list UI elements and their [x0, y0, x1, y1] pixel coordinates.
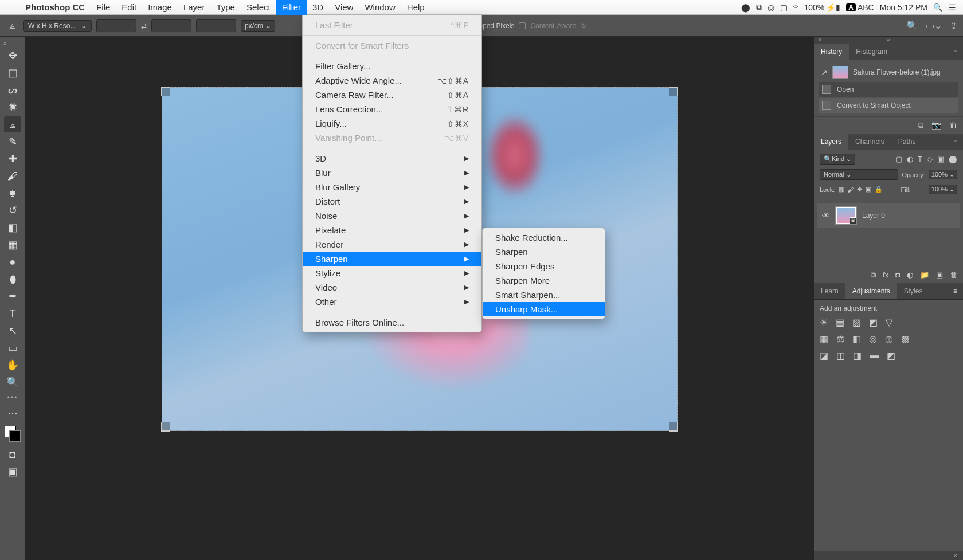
battery-status[interactable]: 100% ⚡▮ — [804, 3, 840, 12]
history-brush-icon[interactable]: ↗ — [821, 68, 828, 77]
layer-thumb[interactable]: ▣ — [836, 207, 856, 224]
mask-icon[interactable]: ◘ — [895, 271, 900, 280]
app-name[interactable]: Photoshop CC — [19, 2, 91, 12]
crop-tool-icon[interactable]: ⟁ — [6, 19, 18, 32]
unsharp-mask[interactable]: Unsharp Mask... — [483, 302, 605, 316]
type-tool[interactable]: T — [4, 306, 21, 322]
tab-paths[interactable]: Paths — [891, 134, 923, 150]
menu-image[interactable]: Image — [142, 0, 178, 15]
healing-tool[interactable]: ✚ — [4, 151, 21, 167]
lock-all-icon[interactable]: 🔒 — [875, 186, 883, 193]
blend-mode-dropdown[interactable]: Normal ⌄ — [820, 169, 898, 180]
panel-menu-icon[interactable]: ≡ — [948, 48, 963, 56]
menu-layer[interactable]: Layer — [178, 0, 211, 15]
link-icon[interactable]: ⧉ — [871, 271, 876, 280]
layer-name[interactable]: Layer 0 — [862, 212, 885, 220]
smart-sharpen[interactable]: Smart Sharpen... — [483, 288, 605, 302]
crop-handle-tr[interactable] — [669, 87, 678, 96]
new-document-icon[interactable]: ⧉ — [918, 120, 923, 130]
group-icon[interactable]: 📁 — [920, 271, 929, 280]
filter-blur[interactable]: Blur▶ — [303, 166, 481, 180]
new-layer-icon[interactable]: ▣ — [936, 271, 943, 280]
menu-type[interactable]: Type — [210, 0, 241, 15]
filter-shape-icon[interactable]: ◇ — [927, 155, 933, 163]
swap-icon[interactable]: ⇄ — [141, 22, 147, 30]
filter-adjust-icon[interactable]: ◐ — [907, 155, 913, 163]
filter-lens-correction[interactable]: Lens Correction...⇧⌘R — [303, 102, 481, 116]
invert-icon[interactable]: ◪ — [820, 350, 828, 361]
bottom-collapse-bar[interactable]: × — [814, 551, 963, 560]
collapse-icon[interactable]: » — [0, 40, 7, 46]
dropbox-icon[interactable]: ⧉ — [756, 2, 762, 12]
crop-handle-bl[interactable] — [161, 422, 170, 432]
filter-toggle-icon[interactable]: ⬤ — [949, 155, 957, 163]
filter-3d[interactable]: 3D▶ — [303, 151, 481, 166]
sharpen-shake-reduction[interactable]: Shake Reduction... — [483, 230, 605, 245]
lut-icon[interactable]: ▩ — [901, 334, 910, 344]
filter-blur-gallery[interactable]: Blur Gallery▶ — [303, 180, 481, 194]
quick-mask[interactable]: ◘ — [4, 447, 21, 463]
filter-type-icon[interactable]: T — [918, 155, 922, 163]
pen-tool[interactable]: ✒ — [4, 288, 21, 304]
color-swatch[interactable] — [5, 426, 21, 442]
shape-tool[interactable]: ▭ — [4, 340, 21, 356]
tab-histogram[interactable]: Histogram — [849, 44, 894, 60]
selective-icon[interactable]: ◩ — [887, 350, 895, 361]
lock-artboard-icon[interactable]: ▣ — [866, 186, 871, 193]
menu-view[interactable]: View — [329, 0, 359, 15]
crop-preset-dropdown[interactable]: W x H x Reso…⌄ — [23, 20, 92, 32]
filter-camera-raw[interactable]: Camera Raw Filter...⇧⌘A — [303, 88, 481, 102]
reset-icon[interactable]: ↻ — [581, 22, 586, 30]
lock-brush-icon[interactable]: 🖌 — [847, 186, 854, 193]
menu-edit[interactable]: Edit — [116, 0, 142, 15]
adj-menu-icon[interactable]: ≡ — [948, 287, 963, 295]
sharpen-more[interactable]: Sharpen More — [483, 273, 605, 288]
filter-browse-online[interactable]: Browse Filters Online... — [303, 315, 481, 330]
opacity-value[interactable]: 100% ⌄ — [929, 170, 957, 179]
crop-width-field[interactable] — [96, 19, 136, 32]
sharpen-edges[interactable]: Sharpen Edges — [483, 259, 605, 273]
workspace-icon[interactable]: ▭⌄ — [926, 20, 942, 31]
gradient-map-icon[interactable]: ▬ — [870, 350, 879, 361]
history-row-convert[interactable]: Convert to Smart Object — [819, 98, 958, 113]
filter-noise[interactable]: Noise▶ — [303, 209, 481, 223]
menu-select[interactable]: Select — [241, 0, 276, 15]
filter-gallery[interactable]: Filter Gallery... — [303, 59, 481, 73]
tab-history[interactable]: History — [814, 44, 849, 60]
filter-adaptive-wide-angle[interactable]: Adaptive Wide Angle...⌥⇧⌘A — [303, 73, 481, 88]
filter-sharpen[interactable]: Sharpen▶ — [303, 252, 481, 266]
crop-height-field[interactable] — [151, 19, 191, 32]
blur-tool[interactable]: ● — [4, 254, 21, 270]
crop-tool[interactable]: ⟁ — [4, 116, 21, 132]
photo-filter-icon[interactable]: ◎ — [869, 334, 877, 344]
history-brush-tool[interactable]: ↺ — [4, 202, 21, 218]
bw-icon[interactable]: ◧ — [852, 334, 861, 344]
filter-render[interactable]: Render▶ — [303, 237, 481, 252]
layer-filter-kind[interactable]: 🔍Kind ⌄ — [820, 154, 855, 165]
filter-video[interactable]: Video▶ — [303, 280, 481, 295]
input-badge[interactable]: A — [846, 3, 856, 11]
filter-liquify[interactable]: Liquify...⇧⌘X — [303, 116, 481, 131]
layers-menu-icon[interactable]: ≡ — [948, 138, 963, 146]
threshold-icon[interactable]: ◨ — [853, 350, 862, 361]
edit-toolbar[interactable]: ⋯ — [4, 405, 21, 421]
quick-select-tool[interactable]: ✺ — [4, 99, 21, 115]
curves-icon[interactable]: ▨ — [852, 317, 861, 328]
dodge-tool[interactable]: ⬮ — [4, 271, 21, 287]
filter-other[interactable]: Other▶ — [303, 295, 481, 309]
panel-collapse-bar[interactable]: ×« — [814, 37, 963, 44]
minimize-icon[interactable]: ⬤ — [741, 3, 750, 12]
sharpen-sharpen[interactable]: Sharpen — [483, 245, 605, 259]
zoom-tool[interactable]: 🔍 — [4, 374, 21, 390]
search-icon[interactable]: 🔍 — [906, 20, 918, 31]
eraser-tool[interactable]: ◧ — [4, 220, 21, 236]
crop-handle-tl[interactable] — [161, 87, 170, 96]
fx-icon[interactable]: fx — [883, 271, 888, 280]
path-tool[interactable]: ↖ — [4, 323, 21, 339]
layer-row-0[interactable]: 👁 ▣ Layer 0 — [817, 203, 960, 228]
move-tool[interactable]: ✥ — [4, 48, 21, 64]
airplay-icon[interactable]: ▢ — [780, 3, 788, 12]
tab-adjustments[interactable]: Adjustments — [845, 283, 897, 299]
clock[interactable]: Mon 5:12 PM — [880, 3, 927, 12]
share-icon[interactable]: ⇪ — [950, 20, 957, 31]
